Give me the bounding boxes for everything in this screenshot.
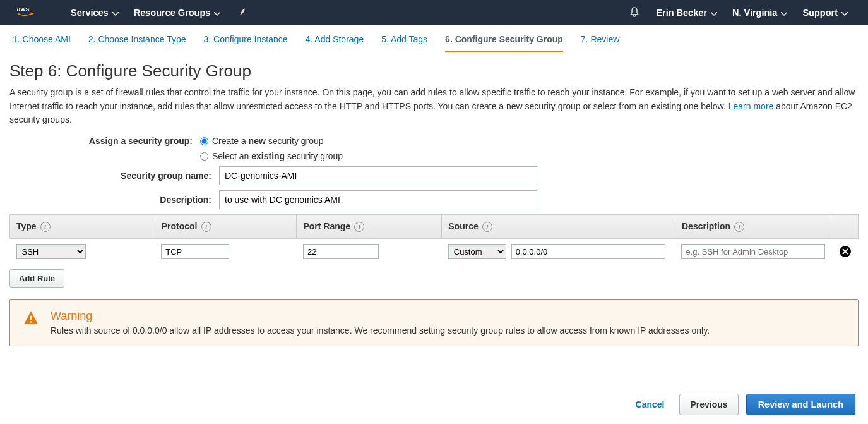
security-group-desc-input[interactable] <box>219 190 537 209</box>
nav-services[interactable]: Services <box>63 0 126 25</box>
chevron-down-icon <box>781 8 787 18</box>
info-icon[interactable]: i <box>201 222 211 232</box>
chevron-down-icon <box>711 8 717 18</box>
nav-region[interactable]: N. Virginia <box>725 0 795 25</box>
rules-table: Typei Protocoli Port Rangei Sourcei Desc… <box>9 214 859 264</box>
rule-description-input[interactable] <box>681 244 825 259</box>
step-review[interactable]: 7. Review <box>581 34 619 52</box>
col-source: Sourcei <box>442 215 675 239</box>
step-configure-security-group[interactable]: 6. Configure Security Group <box>445 34 563 52</box>
info-icon[interactable]: i <box>734 222 744 232</box>
main-content: Step 6: Configure Security Group A secur… <box>0 58 868 391</box>
rule-port-input <box>303 244 379 259</box>
security-group-name-row: Security group name: <box>9 166 859 185</box>
col-type: Typei <box>10 215 155 239</box>
radio-create-label: Create a new security group <box>212 136 324 146</box>
warning-icon <box>23 310 39 336</box>
chevron-down-icon <box>112 8 119 18</box>
warning-title: Warning <box>51 310 710 323</box>
nav-resource-groups[interactable]: Resource Groups <box>126 0 229 25</box>
footer-actions: Cancel Previous Review and Launch <box>0 385 868 391</box>
rule-source-select[interactable]: Custom <box>448 244 506 259</box>
learn-more-link[interactable]: Learn more <box>728 101 774 111</box>
add-rule-button[interactable]: Add Rule <box>9 269 64 288</box>
security-group-desc-label: Description: <box>9 195 219 205</box>
warning-box: Warning Rules with source of 0.0.0.0/0 a… <box>9 299 859 346</box>
rule-type-select[interactable]: SSH <box>16 244 86 259</box>
page-title: Step 6: Configure Security Group <box>9 61 859 81</box>
assign-security-group-row: Assign a security group: Create a new se… <box>9 136 859 146</box>
info-icon[interactable]: i <box>482 222 492 232</box>
step-add-storage[interactable]: 4. Add Storage <box>306 34 364 52</box>
nav-region-label: N. Virginia <box>732 8 777 18</box>
col-port: Port Rangei <box>297 215 442 239</box>
select-existing-row: Select an existing security group <box>9 151 859 161</box>
nav-user-label: Erin Becker <box>656 8 707 18</box>
radio-select-existing[interactable] <box>200 152 208 161</box>
notifications-icon[interactable] <box>621 7 648 19</box>
security-group-name-input[interactable] <box>219 166 537 185</box>
top-nav: aws Services Resource Groups Erin Becker… <box>0 0 868 25</box>
nav-user[interactable]: Erin Becker <box>648 0 725 25</box>
col-protocol: Protocoli <box>155 215 297 239</box>
info-icon[interactable]: i <box>40 222 51 232</box>
radio-select-label: Select an existing security group <box>212 151 343 161</box>
pin-icon[interactable] <box>233 8 252 18</box>
svg-rect-1 <box>30 316 32 320</box>
nav-resource-groups-label: Resource Groups <box>134 8 211 18</box>
wizard-steps: 1. Choose AMI 2. Choose Instance Type 3.… <box>0 25 868 58</box>
nav-support[interactable]: Support <box>795 0 855 25</box>
svg-rect-2 <box>30 321 32 322</box>
col-description: Descriptioni <box>675 215 833 239</box>
security-group-desc-row: Description: <box>9 190 859 209</box>
security-group-name-label: Security group name: <box>9 171 219 181</box>
step-add-tags[interactable]: 5. Add Tags <box>381 34 427 52</box>
step-choose-instance-type[interactable]: 2. Choose Instance Type <box>88 34 186 52</box>
remove-rule-button[interactable] <box>840 246 851 257</box>
close-icon <box>842 248 848 255</box>
assign-label: Assign a security group: <box>9 136 200 146</box>
chevron-down-icon <box>214 8 220 18</box>
warning-text: Rules with source of 0.0.0.0/0 allow all… <box>51 325 710 336</box>
step-configure-instance[interactable]: 3. Configure Instance <box>203 34 287 52</box>
radio-create-new[interactable] <box>200 137 208 145</box>
chevron-down-icon <box>841 8 848 18</box>
nav-support-label: Support <box>802 8 838 18</box>
aws-logo[interactable]: aws <box>13 5 44 21</box>
step-choose-ami[interactable]: 1. Choose AMI <box>13 34 71 52</box>
info-icon[interactable]: i <box>354 222 364 232</box>
rule-row: SSH Custom <box>10 239 859 265</box>
page-description: A security group is a set of firewall ru… <box>9 86 859 127</box>
rule-protocol-input <box>161 244 229 259</box>
svg-text:aws: aws <box>17 5 30 12</box>
nav-services-label: Services <box>71 8 109 18</box>
rule-cidr-input[interactable] <box>511 244 665 259</box>
